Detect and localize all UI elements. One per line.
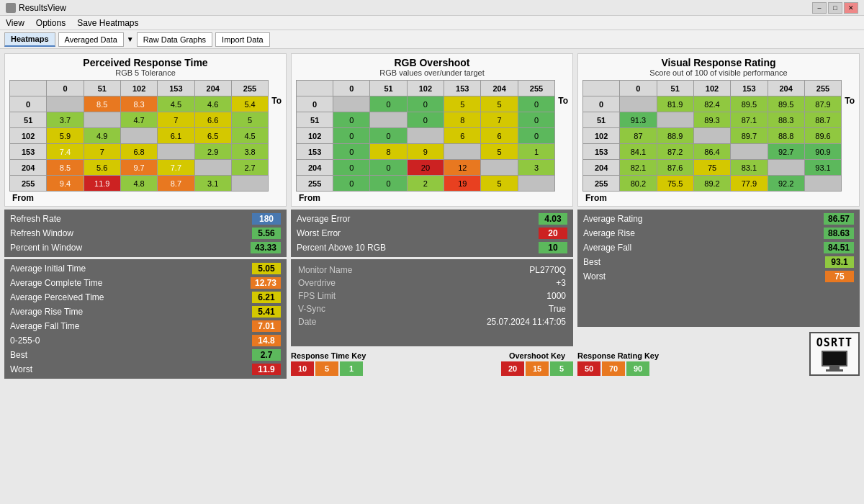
minimize-button[interactable]: – [812,2,827,14]
col-header-3: 153 [731,81,768,96]
cell-3-3 [731,144,768,160]
row-header-3: 153 [10,144,47,160]
key-overshoot-20: 20 [501,361,524,376]
table-row: 081.982.489.589.587.9 [583,96,842,112]
refresh-rate-row: Refresh Rate 180 [7,212,284,226]
row-header-5: 255 [297,176,333,192]
row-header-0: 0 [10,96,47,112]
cell-1-5: 88.7 [804,112,841,128]
detail-stats-box: Average Initial Time 5.05 Average Comple… [4,259,287,379]
right-stats: Average Rating 86.57 Average Rise 88.63 … [577,210,860,379]
col-header-0: 0 [333,81,370,96]
cell-3-0: 84.1 [620,144,657,160]
key-response-1: 1 [340,361,363,376]
table-row: 1537.476.82.93.8 [10,144,269,160]
table-row: 513.74.776.65 [10,112,269,128]
col-header-2: 102 [693,81,730,96]
tab-heatmaps[interactable]: Heatmaps [4,32,55,47]
left-stats: Refresh Rate 180 Refresh Window 5.56 Per… [4,210,287,379]
col-header-4: 204 [768,81,804,96]
tab-raw-data[interactable]: Raw Data Graphs [137,32,212,47]
tab-import-data[interactable]: Import Data [215,32,269,47]
menu-options[interactable]: Options [33,18,68,28]
cell-1-4: 88.3 [768,112,804,128]
panel-rating: Visual Response Rating Score out of 100 … [577,53,860,207]
avg-rating-row: Average Rating 86.57 [580,212,857,226]
panel3-title: Visual Response Rating [578,57,859,68]
percent-above-row: Percent Above 10 RGB 10 [294,240,570,255]
col-header-5: 255 [518,81,554,96]
col-header-2: 102 [407,81,444,96]
menu-view[interactable]: View [3,18,27,28]
cell-5-2: 4.8 [120,176,157,192]
cycle-label: 0-255-0 [10,336,40,346]
row-header-0: 0 [297,96,333,112]
table-row: 1028788.989.788.889.6 [583,128,842,144]
cell-0-4: 89.5 [768,96,804,112]
menu-save-heatmaps[interactable]: Save Heatmaps [74,18,141,28]
cell-4-5: 2.7 [231,160,268,176]
heatmaps-row: Perceived Response Time RGB 5 Tolerance … [4,53,860,207]
monitor-base [826,369,843,372]
cell-2-1: 4.9 [84,128,120,144]
overdrive-row: Overdrive +3 [298,276,566,289]
row-header-4: 204 [10,160,47,176]
panel1-to-label: To [269,80,282,106]
close-button[interactable]: ✕ [844,2,858,14]
cell-3-5: 1 [518,144,554,160]
cell-4-1: 0 [370,160,407,176]
key-rating-boxes: 50 70 90 [577,361,659,376]
key-response-title: Response Time Key [291,351,366,360]
cell-1-4: 6.6 [194,112,231,128]
cell-4-2: 9.7 [120,160,157,176]
toolbar: Heatmaps Averaged Data ▼ Raw Data Graphs… [0,30,864,49]
heatmap3-table: 051102153204255081.982.489.589.587.95191… [582,80,842,192]
cell-5-1: 11.9 [84,176,120,192]
cell-0-3: 89.5 [731,96,768,112]
col-header-3: 153 [444,81,481,96]
worst-right-row: Worst 75 [580,269,857,284]
cell-1-3: 87.1 [731,112,768,128]
stats-section: Refresh Rate 180 Refresh Window 5.56 Per… [4,210,860,379]
cell-3-0: 7.4 [47,144,84,160]
key-rating-50: 50 [577,361,600,376]
heatmap-corner [583,81,620,96]
percent-above-value: 10 [539,242,567,253]
cell-4-3: 7.7 [158,160,194,176]
avg-rise-row: Average Rise Time 5.41 [7,305,284,319]
cell-2-2 [407,128,444,144]
cell-1-1 [370,112,407,128]
avg-error-label: Average Error [297,214,350,224]
row-header-1: 51 [10,112,47,128]
table-row: 10200660 [297,128,555,144]
cell-2-5: 89.6 [804,128,841,144]
key-overshoot-boxes: 20 15 5 [501,361,573,376]
panel3-from-label: From [582,192,855,203]
cell-4-2: 75 [693,160,730,176]
cell-3-2: 9 [407,144,444,160]
avg-rating-label: Average Rating [583,214,643,224]
cell-1-1 [657,112,693,128]
panel-response-time: Perceived Response Time RGB 5 Tolerance … [4,53,287,207]
cell-5-3: 77.9 [731,176,768,192]
cell-2-3: 89.7 [731,128,768,144]
cell-4-3: 12 [444,160,481,176]
cell-0-1: 81.9 [657,96,693,112]
row-header-2: 102 [10,128,47,144]
table-row: 255002195 [297,176,555,192]
cell-4-3: 83.1 [731,160,768,176]
cell-3-4: 5 [481,144,518,160]
tab-averaged-data[interactable]: Averaged Data [58,32,124,47]
avg-complete-value: 12.73 [251,277,281,289]
right-key-logo-row: Response Rating Key 50 70 90 OSRTT [577,329,860,379]
worst-label: Worst [10,364,32,374]
osrtt-monitor [816,351,852,372]
key-rating-90: 90 [626,361,649,376]
table-row: 25580.275.589.277.992.2 [583,176,842,192]
cell-5-4: 3.1 [194,176,231,192]
maximize-button[interactable]: □ [828,2,842,14]
cell-0-2: 0 [407,96,444,112]
refresh-window-value: 5.56 [252,228,281,239]
table-row: 2048.55.69.77.72.7 [10,160,269,176]
cell-1-1 [84,112,120,128]
